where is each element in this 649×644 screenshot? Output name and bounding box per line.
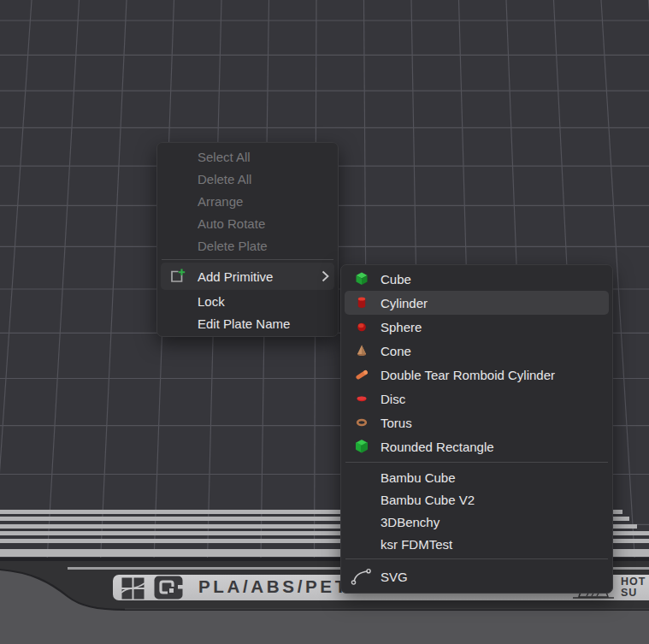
submenu-item-label: ksr FDMTest bbox=[381, 537, 452, 552]
disc-icon bbox=[353, 391, 370, 406]
submenu-item-label: Cylinder bbox=[381, 296, 428, 310]
hot-surface-warning-text: HOT SU bbox=[621, 576, 649, 599]
submenu-item-label: Torus bbox=[381, 416, 412, 430]
submenu-item-bambu-cube-v2[interactable]: Bambu Cube V2 bbox=[341, 488, 612, 511]
plate-context-menu: Select All Delete All Arrange Auto Rotat… bbox=[156, 142, 339, 337]
submenu-item-label: Cone bbox=[381, 344, 411, 358]
menu-item-label: Delete All bbox=[198, 172, 251, 186]
submenu-item-rounded-rectangle[interactable]: Rounded Rectangle bbox=[341, 434, 612, 458]
menu-item-label: Arrange bbox=[198, 194, 243, 209]
menu-item-label: Add Primitive bbox=[198, 269, 273, 284]
bezier-curve-icon bbox=[351, 568, 371, 586]
cone-icon bbox=[353, 343, 370, 358]
submenu-item-cone[interactable]: Cone bbox=[341, 339, 612, 363]
menu-item-delete-all[interactable]: Delete All bbox=[157, 168, 338, 190]
chevron-right-icon bbox=[322, 270, 329, 282]
bambu-logo-icon bbox=[121, 577, 145, 600]
submenu-item-label: Cube bbox=[381, 272, 411, 287]
menu-item-label: Delete Plate bbox=[198, 239, 268, 253]
submenu-item-bambu-cube[interactable]: Bambu Cube bbox=[341, 466, 612, 488]
cylinder-icon bbox=[353, 295, 370, 310]
menu-item-auto-rotate[interactable]: Auto Rotate bbox=[157, 212, 338, 234]
menu-item-add-primitive[interactable]: Add Primitive bbox=[161, 263, 334, 290]
submenu-item-label: SVG bbox=[381, 570, 408, 584]
menu-item-arrange[interactable]: Arrange bbox=[157, 190, 338, 212]
plate-badge-icon bbox=[154, 576, 183, 600]
submenu-item-label: 3DBenchy bbox=[381, 515, 440, 529]
add-primitive-icon bbox=[168, 268, 198, 285]
torus-icon bbox=[353, 415, 370, 430]
submenu-item-disc[interactable]: Disc bbox=[341, 387, 612, 411]
submenu-item-torus[interactable]: Torus bbox=[341, 411, 612, 434]
viewport-3d[interactable]: PLA/ABS/PETG HOT SU Select All Delete Al… bbox=[0, 0, 649, 644]
menu-item-delete-plate[interactable]: Delete Plate bbox=[157, 234, 338, 257]
submenu-item-3dbenchy[interactable]: 3DBenchy bbox=[341, 511, 612, 533]
submenu-item-label: Disc bbox=[381, 392, 405, 406]
menu-item-label: Auto Rotate bbox=[198, 216, 265, 231]
rounded-rectangle-icon bbox=[353, 439, 370, 454]
menu-item-label: Lock bbox=[198, 294, 225, 309]
submenu-item-cylinder[interactable]: Cylinder bbox=[345, 291, 609, 315]
submenu-item-cube[interactable]: Cube bbox=[341, 267, 612, 291]
menu-item-edit-plate-name[interactable]: Edit Plate Name bbox=[157, 312, 338, 334]
cube-icon bbox=[353, 271, 370, 287]
submenu-item-label: Rounded Rectangle bbox=[381, 440, 494, 454]
submenu-item-double-tear-romboid-cylinder[interactable]: Double Tear Romboid Cylinder bbox=[341, 363, 612, 387]
submenu-item-ksr-fdmtest[interactable]: ksr FDMTest bbox=[341, 533, 612, 555]
menu-item-label: Edit Plate Name bbox=[198, 316, 290, 331]
menu-item-label: Select All bbox=[198, 150, 251, 164]
sphere-icon bbox=[353, 319, 370, 334]
menu-separator bbox=[162, 259, 333, 260]
submenu-item-label: Bambu Cube V2 bbox=[381, 493, 475, 507]
menu-separator bbox=[345, 558, 608, 559]
add-primitive-submenu: Cube Cylinder Sphere bbox=[340, 264, 613, 594]
menu-item-lock[interactable]: Lock bbox=[157, 290, 338, 312]
double-tear-romboid-cylinder-icon bbox=[353, 367, 370, 382]
menu-separator bbox=[345, 462, 608, 463]
menu-item-select-all[interactable]: Select All bbox=[157, 145, 338, 168]
submenu-item-svg[interactable]: SVG bbox=[341, 563, 612, 590]
submenu-item-sphere[interactable]: Sphere bbox=[341, 315, 612, 339]
submenu-item-label: Sphere bbox=[381, 320, 422, 334]
submenu-item-label: Bambu Cube bbox=[381, 470, 456, 485]
submenu-item-label: Double Tear Romboid Cylinder bbox=[381, 368, 555, 382]
